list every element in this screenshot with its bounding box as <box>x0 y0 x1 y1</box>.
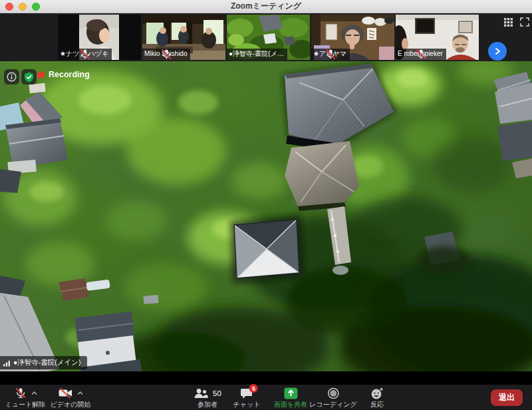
unmute-button[interactable]: ミュート解除 <box>5 387 46 409</box>
title-bar: Zoomミーティング <box>0 0 532 13</box>
temple-pyramid-roof <box>230 214 305 284</box>
close-button[interactable] <box>5 3 13 11</box>
share-screen-icon <box>283 387 297 399</box>
participants-label: 参加者 <box>198 400 217 409</box>
recording-indicator: Recording <box>37 70 90 79</box>
participant-thumbnail-active-speaker[interactable]: ●浄智寺-書院(メ… <box>227 15 310 60</box>
reactions-label: 反応 <box>370 400 384 409</box>
active-video-source-label: ●浄智寺-書院(メイン) <box>0 356 87 369</box>
encryption-shield-button[interactable] <box>21 69 37 85</box>
video-off-icon <box>58 387 74 399</box>
participants-icon <box>194 388 208 399</box>
start-video-label: ビデオの開始 <box>51 400 91 409</box>
chevron-right-icon <box>493 47 501 55</box>
reactions-button[interactable]: 反応 <box>370 387 384 409</box>
participants-count: 50 <box>213 389 221 397</box>
participant-thumbnail[interactable]: Mikio Shishido <box>142 15 225 60</box>
recording-dot-icon <box>37 71 45 79</box>
muted-mic-icon <box>142 49 190 60</box>
meeting-toolbar: ミュート解除 ビデオの開始 <box>0 385 532 410</box>
record-icon <box>327 387 339 399</box>
muted-mic-icon <box>13 387 27 399</box>
participant-thumbnail[interactable]: ★アオヤマ <box>311 15 394 60</box>
signal-bars-icon <box>3 359 11 367</box>
window-title: Zoomミーティング <box>231 1 301 12</box>
shield-check-icon <box>24 72 34 83</box>
main-video-stage: Recording ●浄智寺-書院(メイン) <box>0 61 532 371</box>
zoom-meeting-window: Zoomミーティング ★ナツノ ハヅキ <box>0 0 532 410</box>
source-name: ●浄智寺-書院(メイン) <box>13 358 81 367</box>
chat-label: チャット <box>233 400 261 409</box>
reactions-smiley-icon <box>370 387 384 399</box>
aerial-drone-video <box>0 61 532 371</box>
participants-button[interactable]: 50 参加者 <box>194 387 221 409</box>
gallery-view-icon[interactable] <box>503 17 513 27</box>
chat-button[interactable]: 5 チャット <box>233 387 261 409</box>
participant-strip: ★ナツノ ハヅキ <box>0 13 532 61</box>
info-icon <box>7 72 17 82</box>
participant-thumbnail[interactable]: E robertspieker <box>396 15 479 60</box>
recording-label: Recording <box>49 70 90 79</box>
record-button[interactable]: レコーディング <box>309 387 356 409</box>
unmute-label: ミュート解除 <box>5 400 46 409</box>
participant-thumbnail[interactable]: ★ナツノ ハヅキ <box>58 15 141 60</box>
share-screen-button[interactable]: 画面を共有 <box>274 387 307 409</box>
leave-meeting-button[interactable]: 退出 <box>491 389 523 406</box>
share-screen-label: 画面を共有 <box>274 400 307 409</box>
muted-mic-icon <box>396 49 446 60</box>
participant-name: ●浄智寺-書院(メ… <box>229 50 284 58</box>
meeting-info-button[interactable] <box>4 69 19 85</box>
muted-mic-icon <box>58 49 112 60</box>
mute-options-chevron-icon[interactable] <box>31 391 37 395</box>
minimize-button[interactable] <box>19 3 27 11</box>
zoom-window-button[interactable] <box>32 3 40 11</box>
next-participants-button[interactable] <box>488 42 507 61</box>
start-video-button[interactable]: ビデオの開始 <box>51 387 91 409</box>
record-label: レコーディング <box>309 400 356 409</box>
fullscreen-icon[interactable] <box>520 17 529 27</box>
video-options-chevron-icon[interactable] <box>77 391 84 395</box>
muted-mic-icon <box>311 49 350 60</box>
chat-unread-badge: 5 <box>249 384 258 393</box>
